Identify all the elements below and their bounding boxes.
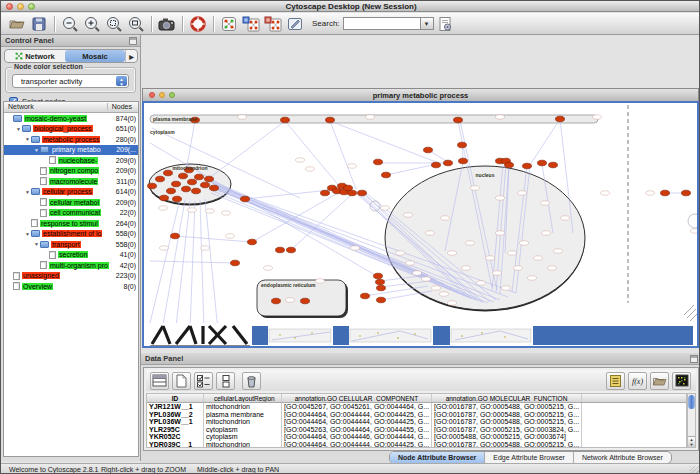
- attribute-table-button[interactable]: [150, 372, 169, 390]
- network-canvas[interactable]: plasma membranecytoplasmmitochondrionnuc…: [142, 101, 699, 348]
- help-button[interactable]: [188, 14, 208, 34]
- tree-row-cellular-metabol[interactable]: cellular metabol209(0): [4, 197, 138, 208]
- graph-node[interactable]: [523, 163, 532, 169]
- graph-node[interactable]: [179, 173, 188, 179]
- tree-header[interactable]: Network Nodes: [4, 102, 138, 113]
- search-dropdown-button[interactable]: ▼: [421, 17, 434, 30]
- graph-node[interactable]: [195, 174, 204, 180]
- graph-node[interactable]: [348, 190, 357, 196]
- tab-node-attribute-browser[interactable]: Node Attribute Browser: [390, 452, 485, 463]
- import-attributes-button[interactable]: [650, 372, 669, 390]
- zoom-selected-button[interactable]: [104, 14, 124, 34]
- network-canvas-svg[interactable]: plasma membranecytoplasmmitochondrionnuc…: [144, 103, 697, 348]
- graph-node[interactable]: [156, 176, 165, 182]
- graph-node[interactable]: [201, 182, 210, 188]
- zoom-fit-button[interactable]: [126, 14, 146, 34]
- graph-node[interactable]: [326, 117, 335, 123]
- graph-node[interactable]: [459, 158, 468, 164]
- tree-row-cellular-process[interactable]: ▼cellular process614(0): [4, 187, 138, 198]
- graph-node[interactable]: [192, 188, 201, 194]
- graph-node[interactable]: [188, 179, 197, 185]
- tree-row-overview[interactable]: Overview8(0): [4, 281, 138, 292]
- tree-row-mosaic-demo-yeast[interactable]: mosaic-demo-yeast874(0): [4, 113, 138, 124]
- tab-mosaic[interactable]: Mosaic: [65, 50, 125, 62]
- graph-node[interactable]: [358, 190, 367, 196]
- table-row[interactable]: YPL036W__1mitochondrion[GO:0044464, GO:0…: [147, 418, 686, 426]
- formula-button[interactable]: f(x): [628, 372, 647, 390]
- tree-row-unassigned[interactable]: unassigned223(0): [4, 271, 138, 282]
- tree-row-transport[interactable]: ▼transport558(0): [4, 239, 138, 250]
- scrollbar-thumb[interactable]: [688, 395, 695, 409]
- network-window-titlebar[interactable]: primary metabolic process: [142, 88, 699, 101]
- tree-row-secretion[interactable]: secretion41(0): [4, 250, 138, 261]
- tree-col-network[interactable]: Network: [8, 103, 34, 110]
- table-row[interactable]: YPL036W__2plasma membrane[GO:0044464, GO…: [147, 411, 686, 419]
- column-header[interactable]: annotation.GO MOLECULAR_FUNCTION: [432, 394, 582, 402]
- graph-node[interactable]: [432, 162, 441, 168]
- resize-grip[interactable]: [690, 466, 700, 474]
- float-data-panel-icon[interactable]: [690, 355, 698, 363]
- graph-node[interactable]: [454, 117, 463, 123]
- graph-node[interactable]: [361, 293, 370, 299]
- hide-network-nodes-button[interactable]: [263, 14, 283, 34]
- scrollbar-arrows[interactable]: ▲▼: [688, 436, 695, 447]
- expand-arrow-icon[interactable]: ▼: [24, 231, 31, 237]
- tree-row-primary-metabo[interactable]: ▼primary metabo209(...: [4, 145, 138, 156]
- graph-node[interactable]: [444, 160, 453, 166]
- search-input[interactable]: [343, 17, 421, 30]
- tree-row-response-to-stimul[interactable]: response to stimul264(0): [4, 218, 138, 229]
- expand-arrow-icon[interactable]: ▼: [24, 189, 31, 195]
- tab-overflow-button[interactable]: ▶: [125, 50, 137, 62]
- node-color-dropdown[interactable]: transporter activity ▲▼: [12, 74, 129, 88]
- window-titlebar[interactable]: Cytoscape Desktop (New Session): [1, 1, 700, 12]
- expand-arrow-icon[interactable]: ▼: [33, 147, 40, 153]
- graph-node[interactable]: [377, 297, 386, 303]
- table-scrollbar[interactable]: ▲▼: [687, 393, 696, 448]
- graph-node[interactable]: [424, 147, 433, 153]
- graph-node[interactable]: [505, 162, 514, 168]
- zoom-in-button[interactable]: [82, 14, 102, 34]
- graph-node[interactable]: [231, 260, 240, 266]
- graph-node[interactable]: [171, 233, 180, 239]
- attribute-matrix-button[interactable]: [672, 372, 691, 390]
- graph-node[interactable]: [164, 170, 173, 176]
- graph-node[interactable]: [160, 195, 169, 201]
- graph-node[interactable]: [287, 247, 296, 253]
- graph-node[interactable]: [172, 181, 181, 187]
- manage-networks-button[interactable]: [219, 14, 239, 34]
- zoom-out-button[interactable]: [60, 14, 80, 34]
- column-header[interactable]: ID: [147, 394, 204, 402]
- tree-row-nitrogen-compo[interactable]: nitrogen compo209(0): [4, 166, 138, 177]
- graph-node[interactable]: [205, 176, 214, 182]
- graph-node[interactable]: [272, 298, 281, 304]
- float-panel-icon[interactable]: [129, 37, 137, 45]
- save-session-button[interactable]: [29, 14, 49, 34]
- expand-arrow-icon[interactable]: ▼: [15, 126, 22, 132]
- graph-node[interactable]: [549, 162, 558, 168]
- table-row[interactable]: YLR295Ccytoplasm[GO:0045263, GO:0044464,…: [147, 426, 686, 434]
- graph-node[interactable]: [661, 190, 670, 196]
- table-row[interactable]: YKR052Ccytoplasm[GO:0044464, GO:0044446,…: [147, 433, 686, 441]
- expand-arrow-icon[interactable]: ▼: [33, 241, 40, 247]
- graph-node[interactable]: [374, 273, 383, 279]
- tree-row-nucleobase-[interactable]: nucleobase-209(0): [4, 155, 138, 166]
- column-header[interactable]: [582, 394, 686, 402]
- graph-node[interactable]: [458, 142, 467, 148]
- graph-node[interactable]: [377, 285, 386, 291]
- tree-row-macromolecule[interactable]: macromolecule311(0): [4, 176, 138, 187]
- attribute-layout-button[interactable]: [216, 372, 235, 390]
- table-row[interactable]: YJR121W__1mitochondrion[GO:0045267, GO:0…: [147, 403, 686, 411]
- tree-row-establishment-of-lo[interactable]: ▼establishment of lo558(0): [4, 229, 138, 240]
- select-attributes-button[interactable]: [194, 372, 213, 390]
- table-row[interactable]: YDR039C__1mitochondrion[GO:0044464, GO:0…: [147, 441, 686, 449]
- graph-node[interactable]: [301, 298, 310, 304]
- graph-node[interactable]: [682, 190, 691, 196]
- attribute-table[interactable]: ID_cellularLayoutRegionannotation.GO CEL…: [146, 393, 687, 448]
- tree-row-multi-organism-pro[interactable]: multi-organism pro42(0): [4, 260, 138, 271]
- open-session-button[interactable]: [7, 14, 27, 34]
- tab-edge-attribute-browser[interactable]: Edge Attribute Browser: [485, 452, 574, 463]
- expand-arrow-icon[interactable]: ▼: [24, 136, 31, 142]
- column-header[interactable]: _cellularLayoutRegion: [204, 394, 282, 402]
- graph-node[interactable]: [276, 247, 285, 253]
- graph-node[interactable]: [167, 188, 176, 194]
